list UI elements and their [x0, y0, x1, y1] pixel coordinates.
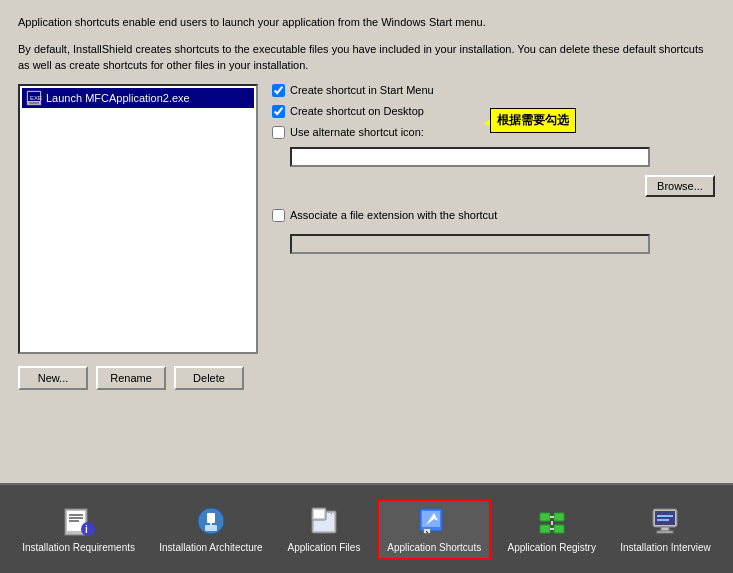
svg-rect-35 — [661, 527, 669, 531]
description-line2: By default, InstallShield creates shortc… — [18, 41, 715, 74]
taskbar-item-installation-architecture[interactable]: Installation Architecture — [151, 501, 270, 558]
list-item[interactable]: EXE Launch MFCApplication2.exe — [22, 88, 254, 108]
svg-rect-38 — [657, 519, 669, 521]
file-ext-input[interactable] — [290, 234, 650, 254]
svg-text:i: i — [85, 524, 88, 535]
file-extension-section: Associate a file extension with the shor… — [272, 209, 715, 254]
new-button[interactable]: New... — [18, 366, 88, 390]
installation-interview-icon — [649, 505, 681, 537]
create-startmenu-row: Create shortcut in Start Menu — [272, 84, 715, 97]
create-desktop-label: Create shortcut on Desktop — [290, 105, 424, 117]
application-files-icon — [308, 505, 340, 537]
taskbar-item-application-registry[interactable]: Application Registry — [500, 501, 604, 558]
create-startmenu-checkbox[interactable] — [272, 84, 285, 97]
taskbar-item-installation-requirements[interactable]: i Installation Requirements — [14, 501, 143, 558]
svg-rect-19 — [314, 510, 324, 518]
taskbar-label-application-registry: Application Registry — [508, 541, 596, 554]
icon-path-input[interactable] — [290, 147, 650, 167]
taskbar-label-installation-interview: Installation Interview — [620, 541, 711, 554]
installation-requirements-icon: i — [63, 505, 95, 537]
svg-rect-12 — [207, 513, 215, 523]
svg-rect-34 — [655, 511, 675, 525]
alternate-icon-label: Use alternate shortcut icon: — [290, 126, 424, 138]
svg-rect-37 — [657, 515, 673, 517]
taskbar-label-installation-architecture: Installation Architecture — [159, 541, 262, 554]
description-line1: Application shortcuts enable end users t… — [18, 14, 715, 31]
svg-rect-29 — [554, 525, 564, 533]
create-desktop-checkbox[interactable] — [272, 105, 285, 118]
browse-row: Browse... — [272, 175, 715, 197]
annotation-box: 根据需要勾选 — [490, 108, 576, 133]
associate-ext-row: Associate a file extension with the shor… — [272, 209, 715, 222]
icon-path-row — [290, 147, 715, 167]
file-list-panel: EXE Launch MFCApplication2.exe New... Re… — [18, 84, 258, 390]
application-shortcuts-icon — [418, 505, 450, 537]
svg-rect-27 — [554, 513, 564, 521]
browse-button[interactable]: Browse... — [645, 175, 715, 197]
svg-rect-26 — [540, 513, 550, 521]
workspace: EXE Launch MFCApplication2.exe New... Re… — [18, 84, 715, 390]
exe-icon: EXE — [26, 90, 42, 106]
svg-point-9 — [81, 522, 95, 536]
taskbar-label-installation-requirements: Installation Requirements — [22, 541, 135, 554]
associate-ext-label: Associate a file extension with the shor… — [290, 209, 497, 221]
svg-rect-28 — [540, 525, 550, 533]
main-content: Application shortcuts enable end users t… — [0, 0, 733, 470]
installation-architecture-icon — [195, 505, 227, 537]
svg-rect-3 — [29, 102, 39, 104]
svg-text:EXE: EXE — [30, 95, 42, 101]
taskbar: i Installation Requirements Installation… — [0, 483, 733, 573]
svg-rect-36 — [657, 531, 673, 533]
delete-button[interactable]: Delete — [174, 366, 244, 390]
annotation-text: 根据需要勾选 — [497, 113, 569, 127]
taskbar-label-application-files: Application Files — [288, 541, 361, 554]
associate-ext-checkbox[interactable] — [272, 209, 285, 222]
file-list[interactable]: EXE Launch MFCApplication2.exe — [18, 84, 258, 354]
taskbar-item-application-files[interactable]: Application Files — [279, 501, 369, 558]
taskbar-item-application-shortcuts[interactable]: Application Shortcuts — [377, 499, 491, 560]
application-registry-icon — [536, 505, 568, 537]
bottom-buttons: New... Rename Delete — [18, 366, 258, 390]
taskbar-item-installation-interview[interactable]: Installation Interview — [612, 501, 719, 558]
alternate-icon-checkbox[interactable] — [272, 126, 285, 139]
svg-rect-13 — [205, 525, 217, 531]
list-item-label: Launch MFCApplication2.exe — [46, 92, 190, 104]
taskbar-label-application-shortcuts: Application Shortcuts — [387, 541, 481, 554]
rename-button[interactable]: Rename — [96, 366, 166, 390]
create-startmenu-label: Create shortcut in Start Menu — [290, 84, 434, 96]
